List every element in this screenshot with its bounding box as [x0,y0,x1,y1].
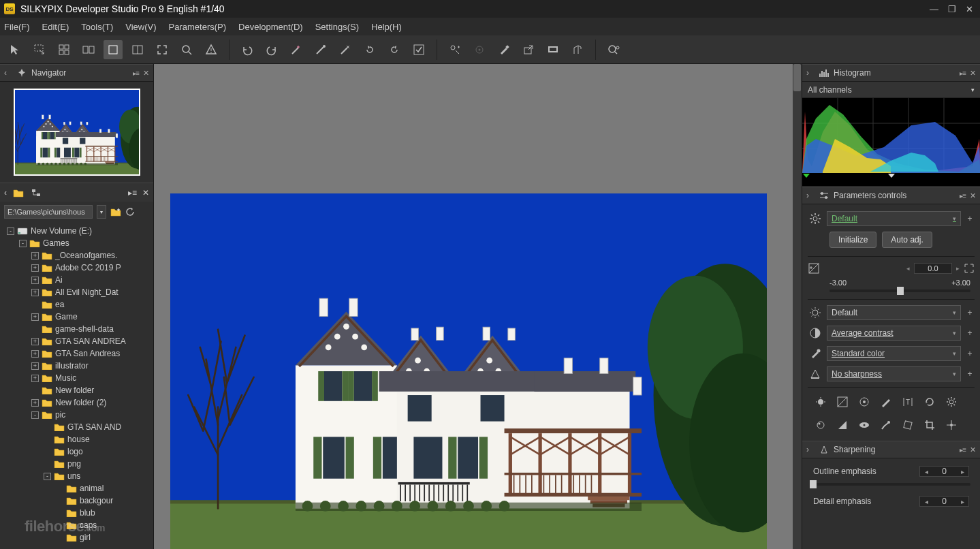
refresh-icon[interactable] [125,207,135,217]
tool-wand-x-icon[interactable] [336,40,355,59]
canvas-scrollbar[interactable] [793,64,802,549]
tree-item[interactable]: -uns [0,470,153,482]
sharpness-dropdown[interactable]: No sharpness▾ [827,366,961,381]
text-spacing-icon[interactable]: T [900,394,915,409]
tool-select-icon[interactable] [30,40,49,59]
tree-expander-icon[interactable]: + [31,313,39,321]
tree-item[interactable]: -New Volume (E:) [0,225,153,237]
tree-item[interactable]: backgour [0,495,153,507]
tool-brush-icon[interactable] [494,40,513,59]
close-icon[interactable]: ✕ [966,4,973,14]
panel-close-icon[interactable]: ✕ [143,69,149,78]
menu-parameters[interactable]: Parameters(P) [169,22,227,32]
highlight-icon[interactable] [813,394,828,409]
new-folder-icon[interactable] [110,207,121,217]
panel-close-icon[interactable]: ✕ [970,69,976,78]
tree-item[interactable]: +Music [0,372,153,384]
folder-path-input[interactable] [4,205,93,219]
crop-icon[interactable] [922,418,937,433]
tool-screen-icon[interactable] [543,40,563,59]
pin-icon[interactable] [16,67,27,78]
tool-wand-icon[interactable] [311,40,330,59]
gear-icon[interactable] [808,211,823,226]
sharpness-icon[interactable] [808,366,823,381]
tree-expander-icon[interactable]: + [31,252,39,260]
tool-undo-icon[interactable] [238,40,257,59]
spot-icon[interactable] [813,418,828,433]
tree-expander-icon[interactable]: + [31,338,39,345]
fisheye-icon[interactable] [857,418,872,433]
preview-canvas[interactable] [154,64,802,549]
add-icon[interactable]: + [965,308,975,317]
tool-check-icon[interactable] [409,40,428,59]
chevron-right-icon[interactable]: › [806,68,815,78]
folder-tree[interactable]: -New Volume (E:)-Games+_Oceanofgames.+Ad… [0,222,153,549]
tool-settings1-icon[interactable] [445,40,464,59]
minimize-icon[interactable]: — [930,4,938,14]
tree-item[interactable]: GTA SAN AND [0,421,153,433]
tree-expander-icon[interactable]: + [31,375,39,382]
tool-export-icon[interactable] [519,40,538,59]
gradient-icon[interactable] [835,418,850,433]
gear-icon[interactable] [944,394,959,409]
tool-rotate-left-icon[interactable] [360,40,379,59]
tree-item[interactable]: +GTA San Andreas [0,347,153,360]
tool-fit-icon[interactable] [153,40,172,59]
panel-menu-icon[interactable]: ▸≡ [128,188,137,198]
tree-item[interactable]: house [0,433,153,445]
tree-item[interactable]: +illustrator [0,360,153,372]
maximize-icon[interactable]: ❐ [948,4,956,14]
panel-menu-icon[interactable]: ▸≡ [960,192,966,200]
tool-zoom-icon[interactable] [177,40,196,59]
chevron-left-icon[interactable]: ‹ [4,188,7,198]
color-dropdown[interactable]: Standard color▾ [827,346,961,361]
tree-item[interactable]: girl [0,531,153,544]
menu-tools[interactable]: Tools(T) [81,22,113,32]
tree-expander-icon[interactable]: + [31,350,39,358]
preset-dropdown[interactable]: Default▾ [827,211,961,226]
tree-expander-icon[interactable]: + [31,399,39,407]
exposure-expand-icon[interactable] [964,263,975,274]
tree-expander-icon[interactable]: - [7,228,14,235]
reset-icon[interactable] [922,394,937,409]
tool-redo-icon[interactable] [262,40,281,59]
tool-compare-icon[interactable] [79,40,98,59]
exposure-icon[interactable] [808,262,820,274]
tool-settings2-icon[interactable] [470,40,489,59]
tool-single-icon[interactable] [104,40,123,59]
menu-view[interactable]: View(V) [125,22,156,32]
brightness-dropdown[interactable]: Default▾ [827,305,961,320]
tree-item[interactable]: -Games [0,237,153,249]
panel-close-icon[interactable]: ✕ [970,191,976,200]
brush2-icon[interactable] [879,418,894,433]
tree-expander-icon[interactable]: - [31,411,39,419]
menu-file[interactable]: File(F) [4,22,30,32]
tool-rotate-right-icon[interactable] [385,40,404,59]
menu-development[interactable]: Development(D) [238,22,303,32]
tree-item[interactable]: animal [0,482,153,495]
panel-close-icon[interactable]: ✕ [970,445,976,454]
contrast-icon[interactable] [808,326,823,341]
tool-cursor-icon[interactable] [5,40,25,59]
tree-expander-icon[interactable]: + [31,289,39,296]
path-dropdown-icon[interactable]: ▾ [97,205,106,219]
tree-item[interactable]: +Game [0,311,153,323]
tool-split-icon[interactable] [128,40,147,59]
tree-item[interactable]: png [0,458,153,470]
tree-item[interactable]: New folder [0,384,153,396]
folder-tree-icon[interactable] [30,187,42,199]
tree-item[interactable]: -pic [0,409,153,421]
tree-item[interactable]: +New folder (2) [0,396,153,409]
add-icon[interactable]: + [965,349,975,358]
tool-grid-icon[interactable] [54,40,74,59]
tree-item[interactable]: +_Oceanofgames. [0,249,153,262]
chevron-left-icon[interactable]: ‹ [4,68,12,78]
tree-expander-icon[interactable]: + [31,264,39,272]
histogram-mode-dropdown[interactable]: All channels ▾ [802,82,980,98]
color-icon[interactable] [808,346,823,361]
tree-expander-icon[interactable]: + [31,277,39,284]
menu-settings[interactable]: Settings(S) [315,22,359,32]
tool-print-icon[interactable] [568,40,587,59]
pen-icon[interactable] [879,394,894,409]
straighten-icon[interactable] [944,418,959,433]
